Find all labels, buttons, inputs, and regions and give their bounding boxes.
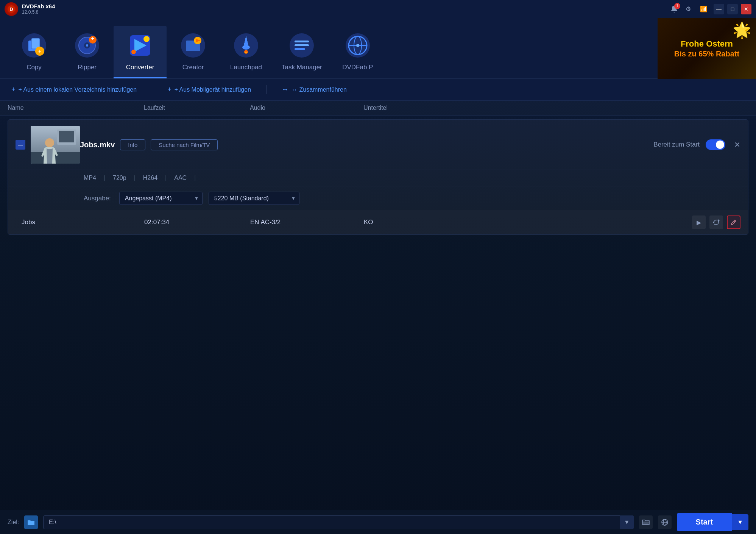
output-label: Ausgabe:: [84, 195, 111, 202]
track-actions: ▶: [692, 215, 740, 229]
detail-codec: H264: [143, 175, 157, 181]
start-dropdown-button[interactable]: ▼: [732, 514, 748, 530]
ad-title: Frohe Ostern: [674, 39, 739, 50]
start-btn-wrapper: Start ▼: [677, 513, 748, 531]
status-area: Bereit zum Start: [653, 139, 725, 150]
nav-item-ripper[interactable]: Ripper: [61, 26, 114, 78]
track-name: Jobs: [16, 219, 144, 226]
ad-banner[interactable]: 🌟 Frohe Ostern Bis zu 65% Rabatt: [658, 18, 756, 79]
add-local-icon: +: [11, 86, 16, 94]
notification-badge[interactable]: 1: [669, 4, 680, 14]
toolbar: + + Aus einem lokalen Verzeichnis hinzuf…: [0, 79, 756, 101]
output-format-select[interactable]: Angepasst (MP4): [119, 192, 203, 205]
app-version: 12.0.5.8: [22, 9, 55, 15]
converter-icon: [125, 30, 155, 61]
toggle-switch[interactable]: [706, 139, 725, 150]
track-edit-button[interactable]: [727, 215, 740, 229]
app-title-text: DVDFab x64 12.0.5.8: [22, 3, 55, 15]
nav-item-launchpad[interactable]: Launchpad: [220, 26, 273, 78]
merge-button[interactable]: ↔ ↔ Zusammenführen: [278, 83, 351, 96]
path-input[interactable]: [43, 515, 633, 529]
nav-label-creator: Creator: [182, 64, 204, 71]
detail-format: MP4: [84, 175, 96, 181]
svg-rect-30: [295, 48, 305, 50]
toolbar-separator-1: [152, 85, 152, 94]
launchpad-icon: [231, 30, 261, 61]
nav-item-taskmanager[interactable]: Task Manager: [273, 26, 331, 78]
nav-label-ripper: Ripper: [78, 64, 97, 71]
maximize-button[interactable]: □: [727, 4, 738, 14]
nav-item-dvdfabp[interactable]: DVDFab P: [331, 26, 384, 78]
track-subtitle: KO: [364, 219, 692, 226]
app-logo: D: [5, 2, 18, 16]
start-button[interactable]: Start: [677, 513, 732, 531]
file-info: Jobs.mkv Info Suche nach Film/TV: [80, 139, 740, 150]
track-row: Jobs 02:07:34 EN AC-3/2 KO ▶: [8, 210, 748, 234]
app-name: DVDFab x64: [22, 3, 55, 9]
svg-point-10: [86, 44, 88, 47]
search-film-button[interactable]: Suche nach Film/TV: [151, 139, 218, 150]
svg-text:D: D: [9, 6, 13, 12]
track-audio: EN AC-3/2: [250, 219, 364, 226]
svg-rect-28: [295, 41, 309, 42]
col-header-duration: Laufzeit: [144, 105, 250, 111]
status-text: Bereit zum Start: [653, 141, 700, 148]
toolbar-separator-2: [266, 85, 267, 94]
nav-label-copy: Copy: [26, 64, 42, 71]
svg-point-42: [45, 138, 54, 147]
col-header-subtitle: Untertitel: [363, 105, 748, 111]
notification-dot: 1: [674, 3, 680, 9]
svg-point-35: [356, 44, 359, 47]
open-folder-button[interactable]: [639, 515, 653, 529]
svg-rect-29: [295, 44, 309, 46]
file-header: —: [8, 120, 748, 170]
output-size-wrapper: 5220 MB (Standard): [209, 192, 299, 205]
file-name-row: Jobs.mkv Info Suche nach Film/TV: [80, 139, 740, 150]
titlebar: D DVDFab x64 12.0.5.8 1 ⚙ 📶 — □ ✕: [0, 0, 756, 18]
dvdfabp-icon: [343, 30, 373, 61]
titlebar-controls: 1 ⚙ 📶 — □ ✕: [669, 4, 751, 14]
output-size-select[interactable]: 5220 MB (Standard): [209, 192, 299, 205]
settings-icon[interactable]: ⚙: [683, 4, 694, 14]
svg-point-16: [143, 36, 150, 42]
navbar: + Copy Ripper C: [0, 18, 756, 79]
nav-item-copy[interactable]: + Copy: [8, 26, 61, 78]
path-select-wrapper: ▼: [43, 515, 633, 529]
track-loop-button[interactable]: [709, 215, 723, 229]
col-header-audio: Audio: [250, 105, 363, 111]
nav-item-converter[interactable]: Converter: [114, 26, 167, 78]
detail-audio: AAC: [174, 175, 187, 181]
path-dropdown-button[interactable]: ▼: [620, 515, 634, 529]
merge-icon: ↔: [282, 86, 288, 94]
col-header-name: Name: [8, 105, 144, 111]
ziel-label: Ziel:: [8, 519, 19, 526]
add-local-button[interactable]: + + Aus einem lokalen Verzeichnis hinzuf…: [8, 83, 140, 96]
titlebar-left: D DVDFab x64 12.0.5.8: [5, 2, 55, 16]
svg-marker-44: [713, 221, 714, 224]
minimize-button[interactable]: —: [714, 4, 724, 14]
wifi-icon[interactable]: 📶: [697, 4, 711, 14]
add-mobile-icon: +: [167, 86, 171, 94]
bottom-bar: Ziel: ▼ Start ▼: [0, 510, 756, 534]
globe-button[interactable]: [658, 515, 672, 529]
nav-label-dvdfabp: DVDFab P: [342, 64, 373, 71]
file-container: —: [8, 119, 748, 235]
info-button[interactable]: Info: [120, 139, 145, 150]
table-header: Name Laufzeit Audio Untertitel: [0, 101, 756, 116]
copy-icon: +: [19, 30, 49, 61]
svg-line-45: [734, 221, 735, 222]
add-mobile-button[interactable]: + + Aus Mobilgerät hinzufügen: [164, 83, 255, 96]
close-button[interactable]: ✕: [741, 4, 751, 14]
delete-file-button[interactable]: ✕: [734, 140, 740, 149]
track-duration: 02:07:34: [144, 219, 250, 226]
ripper-icon: [72, 30, 102, 61]
file-thumbnail: [31, 126, 80, 164]
svg-text:+: +: [38, 48, 41, 54]
file-name: Jobs.mkv: [80, 141, 115, 149]
folder-icon-button[interactable]: [24, 515, 38, 529]
nav-item-creator[interactable]: Creator: [167, 26, 220, 78]
file-details-row: MP4 | 720p | H264 | AAC |: [8, 170, 748, 186]
track-play-button[interactable]: ▶: [692, 215, 706, 229]
nav-label-taskmanager: Task Manager: [282, 64, 322, 71]
collapse-button[interactable]: —: [16, 140, 25, 150]
